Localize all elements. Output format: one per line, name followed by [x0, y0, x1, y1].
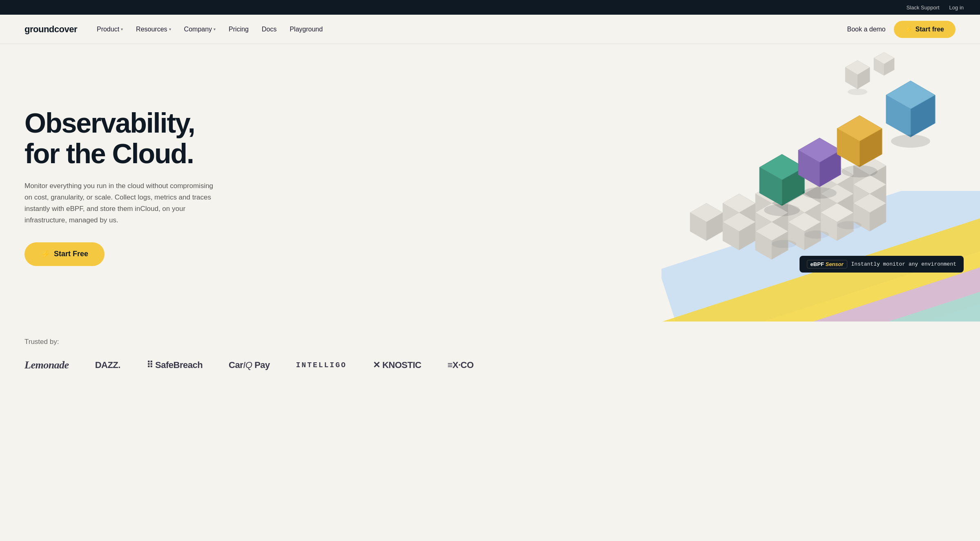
- ebpf-badge: eBPF Sensor Instantly monitor any enviro…: [800, 256, 964, 273]
- nav-pricing[interactable]: Pricing: [229, 26, 249, 33]
- ebpf-badge-text: Instantly monitor any environment: [851, 261, 956, 267]
- trusted-section: Trusted by: Lemonade DAZZ. ⠿ SafeBreach …: [0, 321, 980, 396]
- svg-point-58: [764, 204, 800, 216]
- svg-point-3: [848, 89, 867, 95]
- hero-section: Observability, for the Cloud. Monitor ev…: [0, 44, 980, 321]
- slack-support-link[interactable]: Slack Support: [906, 4, 940, 11]
- nav-company[interactable]: Company ▾: [184, 26, 216, 33]
- hero-visual: eBPF Sensor Instantly monitor any enviro…: [629, 44, 980, 321]
- logo-lemonade: Lemonade: [24, 359, 69, 371]
- svg-point-53: [804, 231, 829, 239]
- logo-dazz: DAZZ.: [95, 360, 120, 370]
- main-nav: groundcover Product ▾ Resources ▾ Compan…: [0, 15, 980, 44]
- logo-knostic: ✕ KNOSTIC: [373, 360, 421, 370]
- nav-docs[interactable]: Docs: [262, 26, 276, 33]
- hero-content: Observability, for the Cloud. Monitor ev…: [24, 108, 220, 266]
- logo-cariqpay: CarIQ Pay: [229, 360, 270, 370]
- nav-playground[interactable]: Playground: [290, 26, 323, 33]
- svg-point-52: [772, 240, 796, 248]
- cube-small-1: [845, 60, 870, 89]
- trusted-label: Trusted by:: [24, 338, 956, 346]
- logo[interactable]: groundcover: [24, 24, 77, 35]
- cube-small-2: [874, 52, 894, 75]
- svg-point-70: [891, 135, 930, 148]
- cube-yellow: [837, 115, 882, 167]
- chevron-down-icon: ▾: [121, 27, 123, 31]
- logo-exco: ≡X·CO: [448, 360, 474, 370]
- cube-blue: [886, 81, 935, 137]
- trusted-logos: Lemonade DAZZ. ⠿ SafeBreach CarIQ Pay IN…: [24, 359, 956, 371]
- lightning-icon: ⚡: [905, 26, 912, 33]
- logo-intelligo: INTELLIGO: [296, 361, 347, 369]
- nav-right: Book a demo ⚡ Start free: [847, 21, 956, 38]
- login-link[interactable]: Log in: [949, 4, 964, 11]
- start-free-button[interactable]: ⚡ Start free: [894, 21, 956, 38]
- hero-description: Monitor everything you run in the cloud …: [24, 180, 220, 226]
- cubes-illustration: [629, 44, 980, 321]
- lightning-icon: ⚡: [41, 250, 50, 259]
- nav-product[interactable]: Product ▾: [97, 26, 123, 33]
- nav-resources[interactable]: Resources ▾: [136, 26, 171, 33]
- svg-point-62: [802, 187, 837, 199]
- top-bar: Slack Support Log in: [0, 0, 980, 15]
- svg-point-66: [842, 165, 878, 177]
- chevron-down-icon: ▾: [214, 27, 216, 31]
- nav-links: Product ▾ Resources ▾ Company ▾ Pricing …: [97, 26, 847, 33]
- logo-safebreach: ⠿ SafeBreach: [147, 360, 203, 370]
- hero-title: Observability, for the Cloud.: [24, 108, 220, 169]
- svg-point-54: [837, 221, 862, 229]
- chevron-down-icon: ▾: [169, 27, 171, 31]
- hero-cta-button[interactable]: ⚡ Start Free: [24, 242, 105, 266]
- book-demo-link[interactable]: Book a demo: [847, 26, 885, 33]
- ebpf-tag: eBPF Sensor: [807, 260, 847, 268]
